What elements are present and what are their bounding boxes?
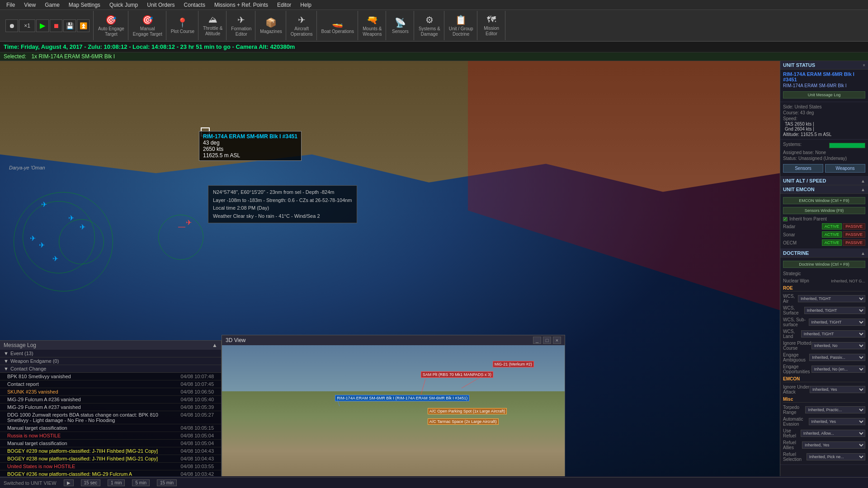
menu-view[interactable]: View — [19, 2, 40, 8]
oecm-active-btn[interactable]: ACTIVE — [822, 239, 842, 246]
unit-alt-speed-header[interactable]: UNIT ALT / SPEED ▲ — [780, 177, 868, 185]
use-refuel-select[interactable]: Inherited, Allow... — [801, 430, 865, 437]
menu-help[interactable]: Help — [296, 2, 316, 8]
view3d-maximize-btn[interactable]: □ — [543, 337, 551, 344]
oecm-passive-btn[interactable]: PASSIVE — [843, 239, 865, 246]
msglog-content[interactable]: ▼ Event (13) ▼ Weapon Endgame (0) ▼ Cont… — [0, 350, 221, 476]
msg-item-6[interactable]: Manual target classification 04/08 10:05… — [0, 424, 221, 432]
unit-name[interactable]: RIM-174A ERAM SM-6MR Blk I #3451 — [783, 71, 865, 82]
fast-btn[interactable]: ⏫ — [77, 19, 90, 32]
msg-item-12[interactable]: BOGEY #236 now platform-classified: MiG-… — [0, 470, 221, 476]
sonar-active-btn[interactable]: ACTIVE — [822, 231, 842, 238]
msg-item-11[interactable]: United States is now HOSTILE 04/08 10:03… — [0, 463, 221, 470]
menu-game[interactable]: Game — [40, 2, 64, 8]
auto-engage-btn[interactable]: 🎯 Auto EngageTarget — [94, 11, 128, 40]
msg-section-event[interactable]: ▼ Event (13) — [0, 350, 221, 357]
manual-engage-btn[interactable]: 🎯 ManualEngage Target — [129, 11, 166, 40]
unit-marker-5[interactable]: ✈ — [38, 242, 45, 248]
radar-passive-btn[interactable]: PASSIVE — [843, 223, 865, 230]
sonar-passive-btn[interactable]: PASSIVE — [843, 231, 865, 238]
interval-1min[interactable]: 1 min — [108, 479, 125, 486]
unit-message-log-btn[interactable]: Unit Message Log — [783, 91, 865, 99]
msg-section-weapon[interactable]: ▼ Weapon Endgame (0) — [0, 357, 221, 365]
wcs-surface-select[interactable]: Inherited, TIGHT — [804, 307, 865, 314]
wcs-subsurface-select[interactable]: Inherited, TIGHT — [809, 319, 865, 326]
mission-editor-btn[interactable]: 🗺 MissionEditor — [478, 11, 505, 40]
enemy-unit-1[interactable]: ✈ — [185, 219, 192, 225]
unit-marker-3[interactable]: ✈ — [79, 224, 85, 230]
auto-evasion-select[interactable]: Inherited, Yes — [809, 418, 865, 425]
msg-item-2[interactable]: SKUNK #235 vanished 04/08 10:06:50 — [0, 388, 221, 396]
boat-ops-btn[interactable]: 🚤 Boat Operations — [318, 11, 358, 40]
view3d-label-rim[interactable]: RIM-174A ERAM SM-6MR Blk I (RIM-174A ERA… — [335, 395, 469, 401]
msglog-collapse-icon[interactable]: ▲ — [212, 342, 217, 348]
unit-status-collapse[interactable]: × — [863, 63, 865, 68]
play-status-btn[interactable]: ▶ — [64, 479, 74, 486]
view3d-close-btn[interactable]: × — [553, 337, 561, 344]
menu-missions[interactable]: Missions + Ref. Points — [210, 2, 273, 8]
emcon-window-btn[interactable]: EMCON Window (Ctrl + F9) — [783, 197, 865, 204]
unit-marker-4[interactable]: ✈ — [29, 235, 36, 241]
interval-15min[interactable]: 15 min — [157, 479, 177, 486]
menu-contacts[interactable]: Contacts — [179, 2, 210, 8]
ignore-under-attack-select[interactable]: Inherited, Yes — [810, 386, 865, 393]
msg-item-0[interactable]: BPK 810 Smetlivyy vanished 04/08 10:07:4… — [0, 373, 221, 380]
speed-btn[interactable]: ×1 — [19, 19, 35, 32]
view3d-label-mig21[interactable]: MiG-21 (Merkum #2) — [493, 361, 534, 367]
radar-active-btn[interactable]: ACTIVE — [822, 223, 842, 230]
ignore-plotted-select[interactable]: Inherited, No — [811, 342, 865, 349]
record-btn[interactable]: ⏺ — [5, 19, 18, 32]
weapons-panel-btn[interactable]: Weapons — [825, 164, 865, 173]
view3d-label-parking[interactable]: A/C Open Parking Spot (1x Large Aircraft… — [428, 408, 507, 414]
aircraft-ops-btn[interactable]: ✈ AircraftOperations — [287, 11, 317, 40]
formation-btn[interactable]: ✈ FormationEditor — [227, 11, 255, 40]
msg-item-4[interactable]: MiG-29 Fulcrum A #237 vanished 04/08 10:… — [0, 404, 221, 411]
unit-marker-6[interactable]: ✈ — [52, 255, 58, 262]
unit-marker-2[interactable]: ✈ — [68, 215, 74, 221]
sensors-window-btn[interactable]: Sensors Window (F9) — [783, 207, 865, 214]
engage-opps-select[interactable]: Inherited, No (en... — [811, 366, 865, 373]
menu-editor[interactable]: Editor — [273, 2, 296, 8]
wcs-air-select[interactable]: Inherited, TIGHT — [798, 295, 865, 302]
unit-sub-name[interactable]: RIM-174A ERAM SM-6MR Blk I — [783, 83, 865, 88]
unit-marker-1[interactable]: ✈ — [41, 201, 47, 207]
engage-ambiguous-select[interactable]: Inherited, Passiv... — [809, 354, 865, 361]
view3d-canvas[interactable]: MiG-21 (Merkum #2) SAM Plt (RBS 70 Mk1 M… — [222, 345, 565, 476]
refuel-selection-select[interactable]: Inherited, Pick ne... — [807, 453, 865, 460]
menu-map-settings[interactable]: Map Settings — [64, 2, 105, 8]
view3d-label-tarmac[interactable]: A/C Tarmac Space (2x Large Aircraft) — [428, 418, 499, 425]
msg-item-8[interactable]: Manual target classification 04/08 10:05… — [0, 440, 221, 447]
doctrine-header[interactable]: DOCTRINE ▲ — [780, 249, 868, 258]
msg-item-7[interactable]: Russia is now HOSTILE 04/08 10:05:04 — [0, 432, 221, 440]
refuel-allies-select[interactable]: Inherited, Yes — [802, 441, 865, 449]
view3d-label-sam[interactable]: SAM Plt (RBS 70 Mk1 MANPADS x 3) — [421, 371, 493, 378]
torpedo-range-select[interactable]: Inherited, Practic... — [805, 406, 865, 413]
sensors-btn[interactable]: 📡 Sensors — [387, 11, 414, 40]
interval-15sec[interactable]: 15 sec — [81, 479, 100, 486]
sensors-panel-btn[interactable]: Sensors — [783, 164, 823, 173]
magazines-btn[interactable]: 📦 Magazines — [256, 11, 286, 40]
stop-btn[interactable]: ⏹ — [50, 19, 62, 32]
menu-unit-orders[interactable]: Unit Orders — [142, 2, 179, 8]
play-btn[interactable]: ▶ — [36, 19, 49, 32]
enemy-unit-2[interactable]: — — [179, 224, 185, 230]
mounts-weapons-btn[interactable]: 🔫 Mounts &Weapons — [359, 11, 386, 40]
menu-quick-jump[interactable]: Quick Jump — [105, 2, 142, 8]
view3d-minimize-btn[interactable]: _ — [533, 337, 541, 344]
interval-5min[interactable]: 5 min — [132, 479, 149, 486]
wcs-land-select[interactable]: Inherited, TIGHT — [801, 330, 865, 338]
unit-emcon-header[interactable]: UNIT EMCON ▲ — [780, 185, 868, 194]
msg-item-3[interactable]: MiG-29 Fulcrum A #236 vanished 04/08 10:… — [0, 396, 221, 404]
msg-item-1[interactable]: Contact report 04/08 10:07:45 — [0, 380, 221, 388]
map-area[interactable]: Darya-ye 'Oman ✈ ✈ ✈ ✈ ✈ ✈ ✈ — RIM-174A … — [0, 61, 780, 476]
menu-file[interactable]: File — [2, 2, 19, 8]
msg-item-9[interactable]: BOGEY #239 now platform-classified: J-7I… — [0, 447, 221, 455]
doctrine-window-btn[interactable]: Doctrine Window (Ctrl + F9) — [783, 261, 865, 268]
inherit-parent-checkbox[interactable]: ✓ — [783, 217, 788, 221]
systems-damage-btn[interactable]: ⚙ Systems &Damage — [415, 11, 444, 40]
throttle-btn[interactable]: ⛰ Throttle &Altitude — [199, 11, 226, 40]
msg-item-10[interactable]: BOGEY #238 now platform-classified: J-7I… — [0, 455, 221, 463]
msg-section-contact[interactable]: ▼ Contact Change — [0, 365, 221, 373]
plot-course-btn[interactable]: 📍 Plot Course — [167, 11, 198, 40]
save-btn[interactable]: 💾 — [63, 19, 76, 32]
